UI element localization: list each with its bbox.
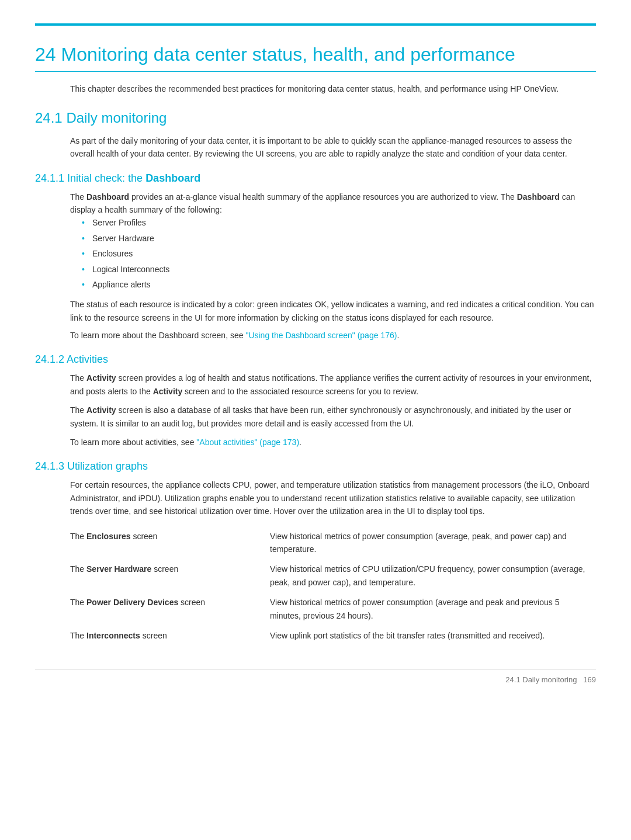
footer-section-label: 24.1 Daily monitoring bbox=[505, 675, 577, 684]
table-cell-label-server-hardware: The Server Hardware screen bbox=[70, 559, 270, 592]
section-24-1-2-heading: 24.1.2 Activities bbox=[35, 353, 596, 366]
page-footer: 24.1 Daily monitoring 169 bbox=[35, 669, 596, 684]
bullet-server-hardware: Server Hardware bbox=[82, 232, 596, 245]
section-24-1-1-link-para: To learn more about the Dashboard screen… bbox=[70, 329, 596, 342]
table-cell-desc-server-hardware: View historical metrics of CPU utilizati… bbox=[270, 559, 596, 592]
table-row: The Power Delivery Devices screen View h… bbox=[70, 592, 596, 626]
section-24-1-3-heading: 24.1.3 Utilization graphs bbox=[35, 460, 596, 473]
table-cell-desc-interconnects: View uplink port statistics of the bit t… bbox=[270, 626, 596, 645]
section-24-1-2-body1: The Activity screen provides a log of he… bbox=[70, 372, 596, 398]
table-cell-label-interconnects: The Interconnects screen bbox=[70, 626, 270, 645]
table-row: The Server Hardware screen View historic… bbox=[70, 559, 596, 592]
bullet-server-profiles: Server Profiles bbox=[82, 216, 596, 229]
table-row: The Interconnects screen View uplink por… bbox=[70, 626, 596, 645]
section-24-1-2-link-intro: To learn more about activities, see bbox=[70, 438, 196, 447]
section-24-1-2-link-para: To learn more about activities, see "Abo… bbox=[70, 436, 596, 449]
footer-page-number: 169 bbox=[583, 675, 596, 684]
chapter-title: 24 Monitoring data center status, health… bbox=[35, 43, 596, 72]
bullet-enclosures: Enclosures bbox=[82, 247, 596, 260]
section-24-1-1-link-intro: To learn more about the Dashboard screen… bbox=[70, 331, 245, 340]
section-24-1-body: As part of the daily monitoring of your … bbox=[70, 134, 596, 161]
section-24-1-2-body2: The Activity screen is also a database o… bbox=[70, 404, 596, 430]
bullet-appliance-alerts: Appliance alerts bbox=[82, 278, 596, 291]
table-row: The Enclosures screen View historical me… bbox=[70, 526, 596, 560]
section-24-1-2: 24.1.2 Activities The Activity screen pr… bbox=[35, 353, 596, 449]
dashboard-screen-link[interactable]: "Using the Dashboard screen" (page 176) bbox=[245, 331, 397, 340]
section-24-1-heading: 24.1 Daily monitoring bbox=[35, 110, 596, 126]
section-24-1: 24.1 Daily monitoring As part of the dai… bbox=[35, 110, 596, 646]
section-24-1-1-body2: The status of each resource is indicated… bbox=[70, 298, 596, 324]
chapter-intro: This chapter describes the recommended b… bbox=[70, 82, 596, 95]
section-24-1-3-intro: For certain resources, the appliance col… bbox=[70, 478, 596, 518]
section-24-1-3: 24.1.3 Utilization graphs For certain re… bbox=[35, 460, 596, 645]
table-cell-label-power-delivery: The Power Delivery Devices screen bbox=[70, 592, 270, 626]
table-cell-desc-power-delivery: View historical metrics of power consump… bbox=[270, 592, 596, 626]
activities-link[interactable]: "About activities" (page 173) bbox=[196, 438, 299, 447]
section-24-1-1-heading: 24.1.1 Initial check: the Dashboard bbox=[35, 172, 596, 185]
table-cell-label-enclosures: The Enclosures screen bbox=[70, 526, 270, 560]
utilization-table: The Enclosures screen View historical me… bbox=[70, 526, 596, 646]
section-24-1-1-intro: The Dashboard provides an at-a-glance vi… bbox=[70, 190, 596, 217]
table-cell-desc-enclosures: View historical metrics of power consump… bbox=[270, 526, 596, 560]
dashboard-bullet-list: Server Profiles Server Hardware Enclosur… bbox=[82, 216, 596, 291]
section-24-1-1: 24.1.1 Initial check: the Dashboard The … bbox=[35, 172, 596, 342]
bullet-logical-interconnects: Logical Interconnects bbox=[82, 263, 596, 276]
top-border bbox=[35, 23, 596, 26]
